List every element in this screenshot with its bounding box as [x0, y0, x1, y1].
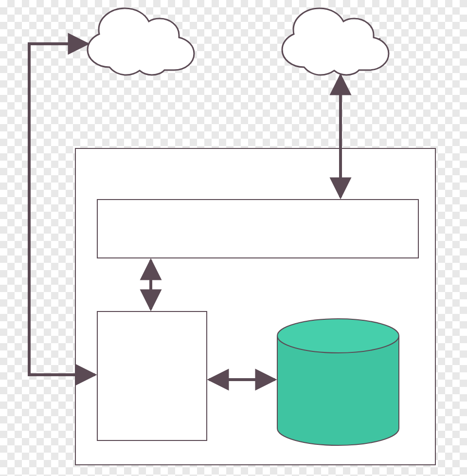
database-cylinder	[277, 319, 399, 445]
front-end-box	[97, 200, 418, 258]
browser-cloud	[282, 8, 389, 75]
architecture-diagram	[0, 0, 467, 476]
back-end-box	[97, 311, 207, 440]
server-cloud	[88, 8, 194, 75]
